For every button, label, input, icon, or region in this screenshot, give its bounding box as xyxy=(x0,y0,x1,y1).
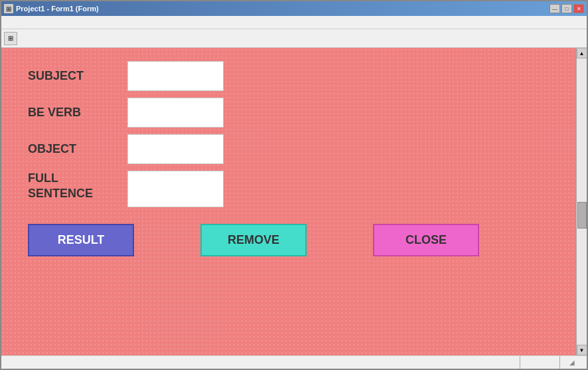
result-button[interactable]: RESULT xyxy=(28,224,134,256)
full-sentence-input[interactable] xyxy=(127,171,224,207)
menu-bar xyxy=(1,16,587,29)
scroll-track xyxy=(577,58,587,345)
scroll-up-button[interactable]: ▲ xyxy=(577,48,587,58)
window-title: Project1 - Form1 (Form) xyxy=(16,5,99,13)
main-window: ⊞ Project1 - Form1 (Form) — □ ✕ ⊞ SUBJEC… xyxy=(0,0,588,370)
toolbar-icon[interactable]: ⊞ xyxy=(4,32,17,45)
buttons-row: RESULT REMOVE CLOSE xyxy=(28,221,550,256)
object-row: OBJECT xyxy=(28,134,550,164)
remove-button[interactable]: REMOVE xyxy=(200,224,307,256)
maximize-button[interactable]: □ xyxy=(561,4,572,13)
status-bar: ◢ xyxy=(1,355,587,369)
scrollbar-right: ▲ ▼ xyxy=(576,48,587,355)
resize-grip[interactable]: ◢ xyxy=(569,359,577,367)
form-area: SUBJECT BE VERB OBJECT FULLSENTENCE RESU… xyxy=(1,48,576,355)
subject-row: SUBJECT xyxy=(28,61,550,91)
status-left xyxy=(1,356,520,369)
close-button[interactable]: CLOSE xyxy=(373,224,479,256)
minimize-button[interactable]: — xyxy=(550,4,560,13)
title-bar-buttons: — □ ✕ xyxy=(550,4,584,13)
status-center xyxy=(520,356,560,369)
subject-label: SUBJECT xyxy=(28,69,114,84)
close-window-button[interactable]: ✕ xyxy=(573,4,584,13)
object-label: OBJECT xyxy=(28,142,114,157)
be-verb-label: BE VERB xyxy=(28,106,114,120)
content-area: SUBJECT BE VERB OBJECT FULLSENTENCE RESU… xyxy=(1,48,587,355)
subject-input[interactable] xyxy=(127,61,224,91)
scroll-thumb[interactable] xyxy=(577,202,587,229)
full-sentence-row: FULLSENTENCE xyxy=(28,171,550,207)
object-input[interactable] xyxy=(127,134,224,164)
window-icon: ⊞ xyxy=(4,4,13,13)
full-sentence-label: FULLSENTENCE xyxy=(28,171,114,202)
status-right: ◢ xyxy=(560,356,587,369)
be-verb-row: BE VERB xyxy=(28,98,550,128)
toolbar: ⊞ xyxy=(1,29,587,48)
scroll-down-button[interactable]: ▼ xyxy=(577,345,587,355)
title-bar: ⊞ Project1 - Form1 (Form) — □ ✕ xyxy=(1,1,587,16)
be-verb-input[interactable] xyxy=(127,98,224,128)
title-bar-left: ⊞ Project1 - Form1 (Form) xyxy=(4,4,99,13)
